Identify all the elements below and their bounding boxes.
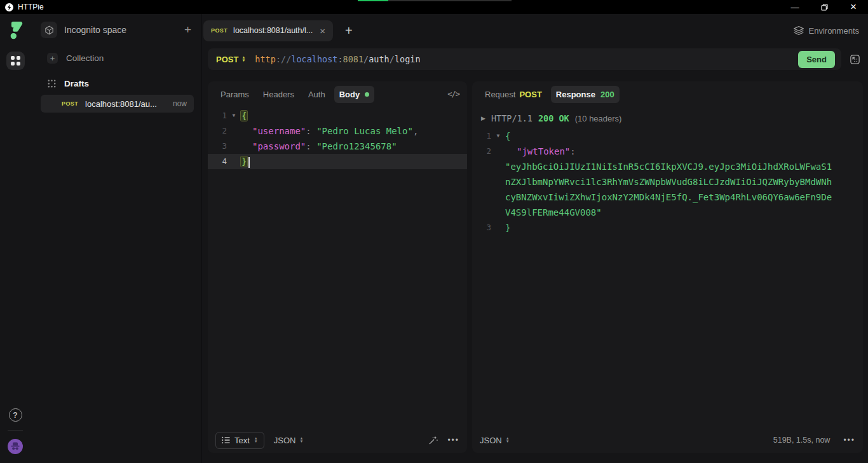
tab-params[interactable]: Params	[215, 86, 254, 103]
url-input[interactable]: http://localhost:8081/auth/login	[255, 54, 798, 64]
viewer-wrapped-line: nZXJlbmNpYWRvci1lc3RhYmVsZWNpbWVudG8iLCJ…	[472, 174, 863, 190]
request-panel-tabs: Params Headers Auth Body </>	[208, 81, 467, 104]
response-panel-tabs: Request POST Response 200	[472, 81, 863, 104]
sidebar-item-drafts[interactable]: Drafts	[31, 75, 201, 92]
sidebar-item-collection[interactable]: + Collection	[31, 48, 201, 67]
restore-button[interactable]	[810, 0, 839, 14]
drafts-label: Drafts	[64, 79, 89, 88]
response-meta: 519B, 1.5s, now	[773, 436, 831, 445]
window-title: HTTPie	[18, 3, 44, 11]
updown-arrows-icon: ▲▼	[506, 437, 510, 443]
response-body-viewer[interactable]: 1 ▼ { 2 "jwtToken": "eyJhbGciOiJIUzI1NiI…	[472, 127, 863, 427]
icon-rail: ?	[0, 14, 31, 463]
more-options-icon[interactable]: •••	[843, 436, 855, 445]
draft-request-item[interactable]: POST localhost:8081/au... now	[41, 95, 194, 113]
response-language-select[interactable]: JSON ▲▼	[480, 436, 510, 445]
protocol-label: HTTP/1.1	[491, 113, 532, 123]
send-button[interactable]: Send	[798, 51, 835, 68]
status-code: 200 OK	[538, 113, 569, 123]
panels: Params Headers Auth Body </> 1 ▼ {	[208, 81, 863, 453]
fold-open-icon[interactable]: ▼	[227, 108, 241, 123]
tab-response[interactable]: Response 200	[551, 86, 620, 103]
titlebar: HTTPie — ×	[0, 0, 868, 14]
body-set-indicator	[365, 92, 369, 97]
help-button[interactable]: ?	[9, 408, 22, 422]
tab-title: localhost:8081/auth/l...	[233, 26, 313, 35]
collapsed-icon[interactable]: ▶	[481, 115, 485, 121]
updown-arrows-icon: ▲▼	[299, 437, 303, 443]
text-cursor	[248, 157, 250, 168]
draft-timestamp: now	[173, 99, 187, 108]
incognito-avatar[interactable]	[8, 439, 23, 454]
list-icon	[222, 436, 230, 444]
viewer-wrapped-line: "eyJhbGciOiJIUzI1NiIsInR5cCI6IkpXVCJ9.ey…	[472, 159, 863, 174]
layers-icon	[794, 26, 804, 35]
response-panel: Request POST Response 200 ▶ HTTP/1.1 200…	[472, 81, 863, 453]
response-status-line[interactable]: ▶ HTTP/1.1 200 OK (10 headers)	[481, 111, 854, 126]
tab-method-badge: POST	[211, 27, 227, 34]
progress-bar-track	[388, 0, 512, 1]
space-name: Incognito space	[64, 25, 184, 35]
editor-active-line: 4 }	[208, 154, 467, 169]
tab-headers[interactable]: Headers	[258, 86, 299, 103]
httpie-logo-icon	[8, 22, 23, 42]
code-view-icon[interactable]: </>	[447, 90, 459, 99]
close-button[interactable]: ×	[839, 0, 868, 14]
tab-auth[interactable]: Auth	[303, 86, 330, 103]
updown-arrows-icon: ▲▼	[254, 437, 258, 443]
viewer-wrapped-line: cyBNZWxvIiwiZXhwIjoxNzY2MDk4NjE5fQ._Fet3…	[472, 190, 863, 205]
apps-grid-button[interactable]	[6, 52, 25, 70]
viewer-line: 1 ▼ {	[472, 128, 863, 144]
request-body-editor[interactable]: 1 ▼ { 2 "username": "Pedro Lucas Melo", …	[208, 104, 467, 427]
editor-line: 3 "password": "Pedro12345678"	[208, 139, 467, 154]
sidebar: Incognito space + + Collection Drafts PO…	[31, 14, 202, 463]
new-tab-button[interactable]: +	[345, 24, 353, 38]
draft-method-badge: POST	[62, 100, 78, 107]
minimize-button[interactable]: —	[780, 0, 810, 14]
editor-line: 1 ▼ {	[208, 108, 467, 123]
request-url-row: POST ▲▼ http://localhost:8081/auth/login…	[208, 48, 863, 70]
new-request-button[interactable]: +	[184, 23, 191, 37]
request-panel: Params Headers Auth Body </> 1 ▼ {	[208, 81, 467, 453]
format-wand-icon[interactable]	[428, 436, 438, 445]
body-type-select[interactable]: Text ▲▼	[215, 432, 264, 449]
space-cube-icon	[41, 22, 57, 38]
draft-title: localhost:8081/au...	[85, 99, 168, 109]
response-panel-footer: JSON ▲▼ 519B, 1.5s, now •••	[472, 427, 863, 453]
code-generation-icon[interactable]	[846, 51, 863, 67]
request-bar: POST ▲▼ http://localhost:8081/auth/login…	[208, 48, 841, 70]
tab-close-icon[interactable]: ×	[320, 26, 325, 36]
viewer-wrapped-line: V4S9lFERme44GV008"	[472, 205, 863, 220]
rail-divider	[8, 430, 23, 431]
collection-label: Collection	[66, 53, 104, 63]
request-tab[interactable]: POST localhost:8081/auth/l... ×	[203, 20, 333, 41]
editor-line: 2 "username": "Pedro Lucas Melo",	[208, 123, 467, 139]
progress-bar-fill	[358, 0, 388, 1]
method-selector[interactable]: POST ▲▼	[216, 55, 245, 64]
tab-bar: POST localhost:8081/auth/l... × + Enviro…	[202, 14, 868, 42]
updown-arrows-icon: ▲▼	[241, 56, 245, 62]
add-collection-icon[interactable]: +	[47, 53, 58, 64]
more-options-icon[interactable]: •••	[447, 436, 459, 445]
space-switcher[interactable]: Incognito space +	[31, 19, 201, 41]
viewer-line: 2 "jwtToken":	[472, 144, 863, 159]
tab-body[interactable]: Body	[334, 86, 375, 103]
headers-count: (10 headers)	[575, 114, 622, 123]
environments-button[interactable]: Environments	[794, 26, 859, 36]
window-controls: — ×	[780, 0, 868, 14]
main-area: POST localhost:8081/auth/l... × + Enviro…	[202, 14, 868, 463]
request-panel-footer: Text ▲▼ JSON ▲▼ •••	[208, 427, 467, 453]
tab-request[interactable]: Request POST	[480, 86, 547, 103]
fold-open-icon[interactable]: ▼	[491, 128, 505, 144]
app-logo-icon	[5, 3, 13, 11]
viewer-line: 3 }	[472, 220, 863, 235]
drafts-grid-icon	[48, 79, 56, 88]
environments-label: Environments	[809, 26, 859, 36]
language-select[interactable]: JSON ▲▼	[274, 436, 304, 445]
